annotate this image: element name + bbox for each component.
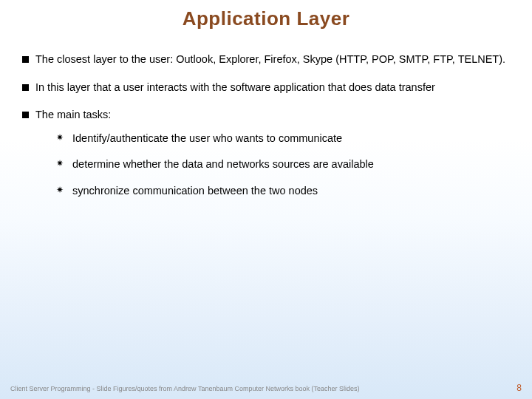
slide-content: The closest layer to the user: Outlook, … <box>0 30 532 198</box>
sub-bullet-text: determine whether the data and networks … <box>72 158 374 170</box>
sub-bullet-item: Identify/authenticate the user who wants… <box>56 132 514 146</box>
sub-bullet-item: determine whether the data and networks … <box>56 157 514 172</box>
slide-footer: Client Server Programming - Slide Figure… <box>0 383 532 393</box>
slide-title: Application Layer <box>0 0 532 30</box>
footer-text: Client Server Programming - Slide Figure… <box>10 385 360 392</box>
sub-bullet-item: synchronize communication between the tw… <box>56 184 514 199</box>
sub-bullet-text: synchronize communication between the tw… <box>72 185 318 197</box>
bullet-list: The closest layer to the user: Outlook, … <box>18 52 514 198</box>
page-number: 8 <box>516 383 522 393</box>
bullet-item: In this layer that a user interacts with… <box>18 81 514 95</box>
bullet-text: In this layer that a user interacts with… <box>35 81 435 93</box>
bullet-text: The main tasks: <box>35 109 111 120</box>
bullet-text: The closest layer to the user: Outlook, … <box>35 53 505 65</box>
bullet-item: The main tasks: Identify/authenticate th… <box>18 108 514 198</box>
sub-bullet-list: Identify/authenticate the user who wants… <box>56 132 514 199</box>
bullet-item: The closest layer to the user: Outlook, … <box>18 52 514 67</box>
sub-bullet-text: Identify/authenticate the user who wants… <box>72 132 342 144</box>
